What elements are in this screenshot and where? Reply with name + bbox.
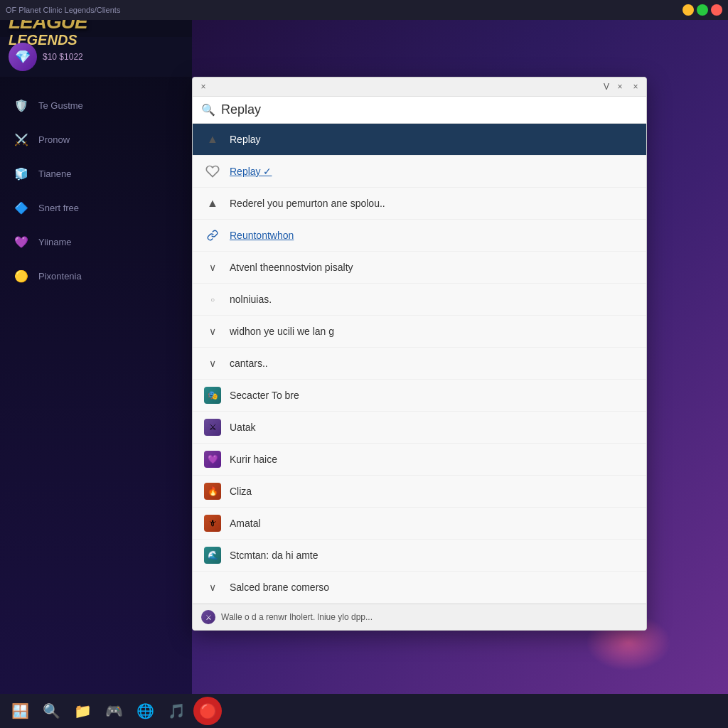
taskbar-icon-search[interactable]: 🔍 [37,697,65,725]
popup-status-bar: ⚔ Walle o d a renwr lholert. lniue ylo d… [193,604,646,630]
ac-label-uatak: Uatak [230,422,635,433]
nav-icon-snert-free: 🔷 [11,198,31,218]
down-arrow-icon-4: ∨ [204,579,221,596]
nav-icon-yiiname: 💜 [11,232,31,252]
down-arrow-icon-1: ∨ [204,259,221,276]
search-bar[interactable]: 🔍 Replay [193,97,646,124]
heart-icon [204,163,221,180]
ac-label-amatal: Amatal [230,518,635,529]
nav-label-te-gustme: Te Gustme [38,100,83,111]
rank-icon: 💎 [9,43,37,71]
ac-label-replay-main: Replay [230,134,635,145]
down-arrow-icon-3: ∨ [204,355,221,372]
ac-label-kurir-haice: Kurir haice [230,454,635,465]
ac-item-uatak[interactable]: ⚔ Uatak [193,412,646,444]
nav-item-pixontenia[interactable]: 🟡 Pixontenia [0,259,192,293]
taskbar-icon-browser[interactable]: 🌐 [131,697,159,725]
nav-icon-te-gustme: 🛡️ [11,95,31,115]
ac-label-nolniuias: nolniuias. [230,294,635,305]
ac-item-secacter[interactable]: 🎭 Secacter To bre [193,380,646,412]
taskbar-icon-windows[interactable]: 🪟 [6,697,34,725]
ac-item-widhon[interactable]: ∨ widhon ye ucili we lan g [193,316,646,348]
up-arrow-icon-2: ▲ [204,195,221,212]
minimize-button[interactable] [682,4,694,16]
link-icon [204,227,221,244]
account-balance: $10 $1022 [43,52,83,62]
status-text: Walle o d a renwr lholert. lniue ylo dpp… [221,612,373,622]
nav-label-pixontenia: Pixontenia [38,271,82,282]
popup-maximize-button[interactable]: × [631,82,641,92]
maximize-button[interactable] [697,4,708,16]
ac-label-widhon: widhon ye ucili we lan g [230,326,635,337]
popup-minimize-button[interactable]: × [615,82,625,92]
ac-item-rederel[interactable]: ▲ Rederel you pemurton ane spolou.. [193,188,646,220]
ac-item-atvenl[interactable]: ∨ Atvenl theennostvion pisalty [193,252,646,284]
taskbar: 🪟 🔍 📁 🎮 🌐 🎵 🔴 [0,694,728,728]
nav-items: 🛡️ Te Gustme ⚔️ Pronow 🧊 Tianene 🔷 Snert… [0,77,192,304]
champion-icon-cliza: 🔥 [204,483,221,500]
ac-item-stcmtan[interactable]: 🌊 Stcmtan: da hi amte [193,540,646,572]
ac-item-nolniuias[interactable]: ○ nolniuias. [193,284,646,316]
ac-item-cliza[interactable]: 🔥 Cliza [193,476,646,508]
nav-label-tianene: Tianene [38,168,72,179]
ac-label-replay-check: Replay ✓ [230,166,635,177]
nav-item-snert-free[interactable]: 🔷 Snert free [0,191,192,225]
taskbar-icon-record[interactable]: 🔴 [193,697,222,725]
ac-label-rederel: Rederel you pemurton ane spolou.. [230,198,635,209]
ac-item-cantars[interactable]: ∨ cantars.. [193,348,646,380]
search-input[interactable]: Replay [221,102,261,117]
autocomplete-list: Replay ✓ ▲ Rederel you pemurton ane spol… [193,156,646,604]
status-icon: ⚔ [201,610,215,624]
nav-item-tianene[interactable]: 🧊 Tianene [0,156,192,191]
popup-close-icon[interactable]: × [198,82,208,92]
down-arrow-icon-2: ∨ [204,323,221,340]
champion-icon-secacter: 🎭 [204,387,221,404]
nav-icon-pronow: ⚔️ [11,129,31,149]
nav-label-yiiname: Yiiname [38,237,71,247]
popup-version-button[interactable]: V [604,82,609,92]
title-bar: OF Planet Clinic Legends/Clients [0,0,728,20]
nav-item-pronow[interactable]: ⚔️ Pronow [0,122,192,156]
ac-item-highlighted-replay[interactable]: ▲ Replay [193,124,646,156]
ac-item-reuntontwhon[interactable]: Reuntontwhon [193,220,646,252]
ac-item-kurir-haice[interactable]: 💜 Kurir haice [193,444,646,476]
circle-icon: ○ [204,291,221,308]
ac-label-salced: Salced brane comerso [230,582,635,593]
taskbar-icon-music[interactable]: 🎵 [162,697,191,725]
champion-icon-kurir: 💜 [204,451,221,468]
ac-label-cliza: Cliza [230,486,635,497]
autocomplete-popup: × V × × 🔍 Replay ▲ Replay Replay ✓ ▲ Red… [192,77,647,631]
ac-label-stcmtan: Stcmtan: da hi amte [230,550,635,561]
ac-item-replay-check[interactable]: Replay ✓ [193,156,646,188]
close-button[interactable] [711,4,722,16]
champion-icon-uatak: ⚔ [204,419,221,436]
nav-label-snert-free: Snert free [38,203,79,213]
taskbar-icon-lol[interactable]: 🎮 [100,697,128,725]
nav-label-pronow: Pronow [38,134,70,145]
popup-titlebar: × V × × [193,77,646,97]
title-text: OF Planet Clinic Legends/Clients [6,6,677,14]
lol-sidebar: LEAGUE LEGENDS 💎 $10 $1022 🛡️ Te Gustme … [0,0,192,697]
nav-icon-pixontenia: 🟡 [11,266,31,286]
ac-label-atvenl: Atvenl theennostvion pisalty [230,262,635,273]
ac-label-secacter: Secacter To bre [230,390,635,401]
ac-label-cantars: cantars.. [230,358,635,369]
champion-icon-amatal: 🗡 [204,515,221,532]
search-icon: 🔍 [201,103,215,117]
ac-label-reuntontwhon: Reuntontwhon [230,230,635,241]
up-arrow-icon: ▲ [204,131,221,148]
taskbar-icon-files[interactable]: 📁 [68,697,97,725]
ac-item-amatal[interactable]: 🗡 Amatal [193,508,646,540]
title-controls [682,4,722,16]
nav-icon-tianene: 🧊 [11,164,31,183]
ac-item-salced[interactable]: ∨ Salced brane comerso [193,572,646,604]
nav-item-yiiname[interactable]: 💜 Yiiname [0,225,192,259]
champion-icon-stcmtan: 🌊 [204,547,221,564]
nav-item-te-gustme[interactable]: 🛡️ Te Gustme [0,88,192,122]
